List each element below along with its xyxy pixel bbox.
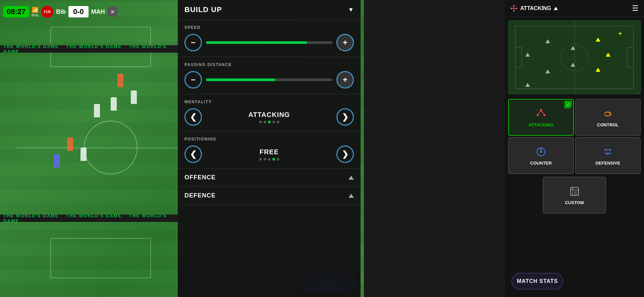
defence-accordion[interactable]: DEFENCE <box>178 187 361 205</box>
positioning-dot-3 <box>268 158 271 161</box>
positioning-dots <box>206 158 332 161</box>
svg-marker-22 <box>610 148 611 151</box>
player-9 <box>525 83 530 87</box>
tactic-grid: ✓ ATTACKING CONTROL <box>505 98 644 175</box>
positioning-dot-2 <box>264 158 266 161</box>
svg-line-13 <box>541 110 544 115</box>
positioning-selector-row: ❮ FREE ❯ <box>184 145 354 163</box>
right-panel: ATTACKING ☰ + ✓ <box>505 0 644 297</box>
player-8 <box>596 68 600 72</box>
mentality-dot-4 <box>272 121 275 123</box>
player-1 <box>525 53 530 57</box>
player-4 <box>571 46 575 50</box>
left-goal <box>515 47 522 67</box>
tactic-card-counter[interactable]: COUNTER <box>508 137 574 174</box>
buildup-panel: BUILD UP ▼ SPEED − + PASSING DISTANCE − … <box>178 0 361 297</box>
player-6 <box>596 38 600 42</box>
close-btn-small[interactable]: ✕ <box>108 7 118 17</box>
speed-slider-fill <box>206 41 307 44</box>
counter-card-label: COUNTER <box>530 161 552 166</box>
mentality-label: MENTALITY <box>184 100 354 104</box>
counter-card-icon <box>535 146 547 158</box>
speed-plus-btn[interactable]: + <box>336 34 354 51</box>
mentality-dot-5 <box>277 121 279 123</box>
control-card-label: CONTROL <box>597 122 619 127</box>
offence-title: OFFENCE <box>184 174 216 181</box>
signal-icon: 📶 <box>32 7 39 13</box>
positioning-prev-btn[interactable]: ❮ <box>184 145 202 163</box>
speed-minus-btn[interactable]: − <box>184 34 202 51</box>
team1-name: Bib <box>56 8 66 15</box>
defence-toggle-icon <box>348 194 354 198</box>
defence-title: DEFENCE <box>184 192 216 199</box>
positioning-label: POSITIONING <box>184 137 354 141</box>
player-2 <box>545 39 550 43</box>
ping-text: 8ms <box>32 13 39 17</box>
plus-indicator: + <box>618 30 622 37</box>
defensive-card-label: DEFENSIVE <box>595 161 620 166</box>
match-stats-button[interactable]: MATCH STATS <box>512 273 563 290</box>
formation-display: + <box>508 20 641 94</box>
svg-point-17 <box>540 151 542 153</box>
player-7 <box>606 53 610 57</box>
right-goal <box>627 47 634 67</box>
positioning-next-btn[interactable]: ❯ <box>336 145 354 163</box>
mentality-dot-3 <box>268 121 271 123</box>
speed-label: SPEED <box>184 25 354 30</box>
score-display: 0-0 <box>68 6 89 17</box>
passing-distance-section: PASSING DISTANCE − + <box>178 57 361 94</box>
positioning-value: FREE <box>206 148 332 156</box>
svg-point-30 <box>572 193 573 194</box>
attacking-card-label: ATTACKING <box>528 122 553 127</box>
control-card-icon <box>602 108 614 120</box>
positioning-dot-1 <box>259 158 262 161</box>
positioning-dot-5 <box>277 158 279 161</box>
defensive-card-icon <box>602 146 614 158</box>
svg-line-12 <box>538 110 541 115</box>
match-stats-container: MATCH STATS <box>508 270 641 292</box>
mentality-next-btn[interactable]: ❯ <box>336 108 354 126</box>
svg-marker-14 <box>540 108 542 110</box>
mentality-dot-2 <box>264 121 266 123</box>
passing-plus-btn[interactable]: + <box>336 71 354 88</box>
custom-card-icon <box>569 185 581 197</box>
attacking-card-icon <box>535 108 547 120</box>
speed-slider-track[interactable] <box>206 41 332 44</box>
speed-slider-row: − + <box>184 34 354 51</box>
passing-slider-track[interactable] <box>206 78 332 81</box>
svg-point-28 <box>572 191 573 192</box>
tactic-card-control[interactable]: CONTROL <box>575 99 641 136</box>
passing-minus-btn[interactable]: − <box>184 71 202 88</box>
player-5 <box>571 63 575 67</box>
positioning-section: POSITIONING ❮ FREE ❯ <box>178 131 361 169</box>
speed-section: SPEED − + <box>178 20 361 57</box>
svg-marker-21 <box>604 148 606 151</box>
custom-card-row: CUSTOM <box>505 175 644 215</box>
offence-accordion[interactable]: OFFENCE <box>178 169 361 187</box>
timer-badge: 08:27 <box>3 6 29 17</box>
passing-slider-fill <box>206 78 275 81</box>
mentality-section: MENTALITY ❮ ATTACKING ❯ <box>178 94 361 131</box>
custom-card-label: CUSTOM <box>565 200 584 205</box>
player-3 <box>545 69 550 73</box>
active-checkmark: ✓ <box>565 101 572 108</box>
passing-distance-label: PASSING DISTANCE <box>184 62 354 67</box>
team2-name: MAH <box>91 8 105 15</box>
mentality-value: ATTACKING <box>206 111 332 119</box>
passing-distance-slider-row: − + <box>184 71 354 88</box>
tactic-card-attacking[interactable]: ✓ ATTACKING <box>508 99 574 136</box>
mentality-prev-btn[interactable]: ❮ <box>184 108 202 126</box>
field-outline <box>515 26 634 89</box>
positioning-dot-4 <box>272 158 275 161</box>
mentality-dots <box>206 121 332 123</box>
top-hud: 08:27 📶 8ms FCB Bib 0-0 MAH ✕ <box>0 0 644 23</box>
offence-toggle-icon <box>348 176 354 180</box>
mentality-dot-1 <box>259 121 262 123</box>
svg-point-27 <box>572 188 573 189</box>
tactic-card-custom[interactable]: CUSTOM <box>543 177 606 214</box>
tactic-card-defensive[interactable]: DEFENSIVE <box>575 137 641 174</box>
mentality-selector-row: ❮ ATTACKING ❯ <box>184 108 354 126</box>
team-logo: FCB <box>41 6 53 18</box>
